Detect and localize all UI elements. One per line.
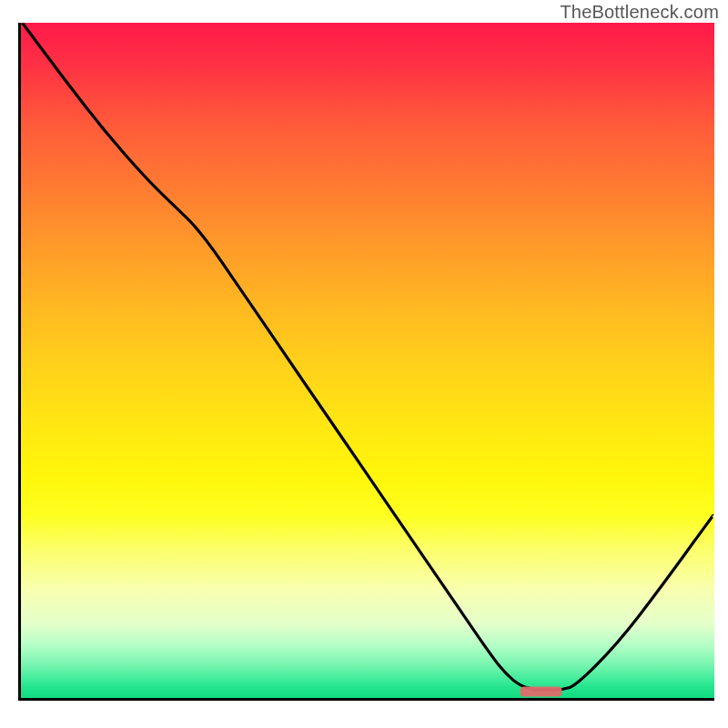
watermark-text: TheBottleneck.com	[560, 2, 719, 23]
chart-container: TheBottleneck.com	[0, 0, 728, 728]
gradient-background	[21, 23, 714, 698]
plot-area	[18, 23, 714, 701]
